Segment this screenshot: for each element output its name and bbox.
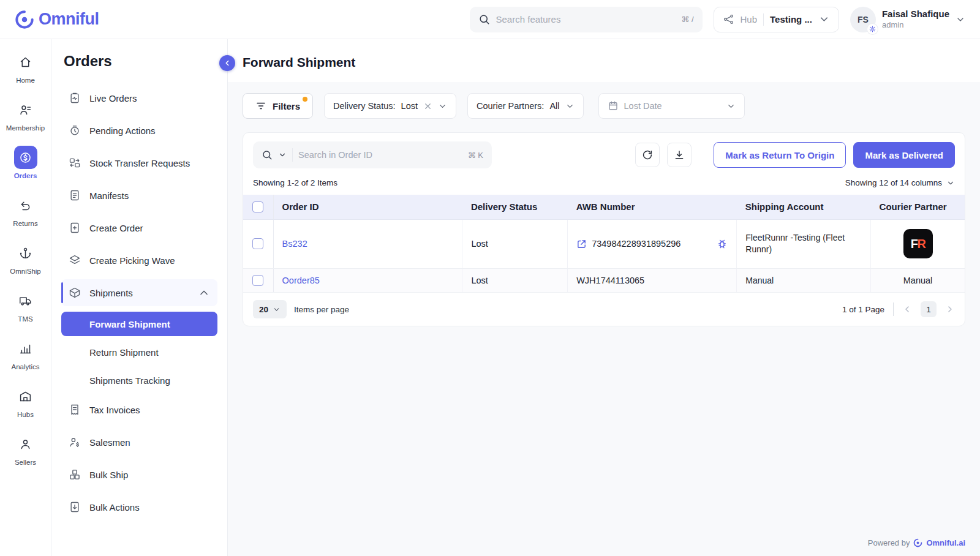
column-header-shipping-account: Shipping Account: [737, 195, 871, 219]
sidebar-item-live-orders[interactable]: Live Orders: [61, 85, 217, 111]
main-content: Forward Shipment Filters Delivery Status…: [228, 39, 980, 556]
top-bar: Omniful ⌘ / Hub Testing ... FS: [0, 0, 980, 39]
rail-item-returns[interactable]: Returns: [0, 193, 51, 227]
brand[interactable]: Omniful: [15, 10, 99, 29]
omniful-logo-icon: [913, 538, 922, 547]
select-all-checkbox[interactable]: [252, 201, 263, 212]
refresh-button[interactable]: [635, 143, 660, 167]
user-menu[interactable]: FS Faisal Shafique admin: [850, 7, 965, 32]
rail-item-omniship[interactable]: OmniShip: [0, 241, 51, 275]
hub-label: Hub: [741, 14, 758, 24]
table-toolbar: ⌘ K Mark as Return: [243, 133, 965, 175]
search-scope-chevron-icon[interactable]: [278, 151, 287, 159]
next-page-icon[interactable]: [945, 304, 955, 314]
rail-item-membership[interactable]: Membership: [0, 98, 51, 132]
sidebar-item-salesmen[interactable]: Salesmen: [61, 429, 217, 456]
salesmen-icon: [69, 436, 81, 448]
chevron-down-icon: [273, 306, 281, 314]
courier-partner-cell: Manual: [871, 268, 965, 293]
user-name: Faisal Shafique: [882, 9, 949, 20]
global-search-input[interactable]: [496, 14, 676, 24]
row-checkbox[interactable]: [252, 238, 263, 249]
sidebar-item-shipments-tracking[interactable]: Shipments Tracking: [61, 368, 217, 393]
mark-return-to-origin-button[interactable]: Mark as Return To Origin: [714, 142, 846, 168]
export-button[interactable]: [667, 143, 692, 167]
gear-icon: [869, 26, 876, 32]
shipping-account-cell: FleetRunnr -Testing (Fleet Runnr): [737, 219, 871, 268]
chevron-down-icon: [956, 15, 965, 24]
chevron-left-icon: [223, 59, 232, 67]
chevron-down-icon: [726, 102, 736, 111]
delivery-status-filter[interactable]: Delivery Status: Lost: [324, 93, 456, 119]
rail-item-sellers[interactable]: Sellers: [0, 432, 51, 466]
user-role: admin: [882, 20, 949, 30]
hub-selector[interactable]: Hub Testing ...: [714, 7, 839, 32]
rail-item-orders[interactable]: Orders: [0, 146, 51, 179]
table-summary: Showing 1-2 of 2 Items Showing 12 of 14 …: [243, 175, 965, 195]
global-search-shortcut: ⌘ /: [681, 15, 693, 24]
shipments-table: Order ID Delivery Status AWB Number Ship…: [243, 195, 965, 293]
sidebar-item-tax-invoices[interactable]: Tax Invoices: [61, 396, 217, 423]
order-search[interactable]: ⌘ K: [253, 141, 492, 168]
divider: [292, 148, 293, 162]
sidebar-item-bulk-actions[interactable]: Bulk Actions: [61, 494, 217, 520]
sidebar-item-forward-shipment[interactable]: Forward Shipment: [61, 312, 217, 336]
rail-item-home[interactable]: Home: [0, 50, 51, 84]
columns-selector[interactable]: Showing 12 of 14 columns: [845, 178, 955, 187]
sidebar-item-pending-actions[interactable]: Pending Actions: [61, 117, 217, 144]
sidebar-item-create-order[interactable]: Create Order: [61, 214, 217, 241]
debug-icon[interactable]: [717, 238, 728, 249]
divider: [893, 302, 894, 316]
sidebar-item-stock-transfer-requests[interactable]: Stock Transfer Requests: [61, 149, 217, 176]
previous-page-icon[interactable]: [902, 304, 912, 314]
sidebar-item-create-picking-wave[interactable]: Create Picking Wave: [61, 247, 217, 274]
sidebar-item-bulk-ship[interactable]: Bulk Ship: [61, 461, 217, 488]
order-search-input[interactable]: [298, 150, 462, 160]
mark-as-delivered-button[interactable]: Mark as Delivered: [853, 142, 955, 168]
filters-button[interactable]: Filters: [243, 93, 313, 119]
sidebar-item-return-shipment[interactable]: Return Shipment: [61, 340, 217, 364]
delivery-status-cell: Lost: [462, 219, 568, 268]
rail-item-analytics[interactable]: Analytics: [0, 337, 51, 370]
table-row: Oorder85 Lost WJH1744113065 Manual Manua…: [243, 268, 965, 293]
rail-item-hubs[interactable]: Hubs: [0, 385, 51, 418]
row-checkbox[interactable]: [252, 275, 263, 286]
page-info: 1 of 1 Page: [842, 305, 884, 314]
page-header: Forward Shipment: [228, 39, 980, 82]
chevron-up-icon: [198, 287, 210, 299]
divider: [763, 13, 764, 26]
rail-item-tms[interactable]: TMS: [0, 289, 51, 323]
truck-icon: [19, 295, 32, 307]
hub-value: Testing ...: [770, 14, 812, 24]
clear-filter-icon[interactable]: [423, 102, 432, 111]
orders-icon: [19, 151, 32, 164]
awb-number: WJH1744113065: [568, 268, 737, 293]
column-header-awb-number: AWB Number: [568, 195, 737, 219]
powered-by-brand[interactable]: Omniful.ai: [926, 538, 965, 547]
calendar-icon: [608, 100, 619, 111]
global-search[interactable]: ⌘ /: [470, 7, 703, 32]
refresh-icon: [642, 149, 653, 160]
order-id-link[interactable]: Oorder85: [282, 276, 320, 285]
sidebar-item-shipments[interactable]: Shipments: [61, 279, 217, 306]
omniful-logo-icon: [15, 10, 34, 29]
order-id-link[interactable]: Bs232: [282, 239, 307, 249]
page-number-button[interactable]: 1: [921, 301, 937, 317]
person-icon: [19, 438, 32, 451]
live-orders-icon: [69, 92, 81, 104]
create-order-icon: [69, 222, 81, 234]
filters-active-dot: [303, 97, 307, 102]
hub-icon: [723, 13, 734, 25]
bulk-ship-icon: [69, 468, 81, 481]
sidebar-item-manifests[interactable]: Manifests: [61, 182, 217, 209]
sidebar-collapse-button[interactable]: [219, 55, 235, 71]
external-link-icon[interactable]: [576, 239, 587, 249]
warehouse-icon: [19, 390, 32, 403]
lost-date-filter[interactable]: Lost Date: [598, 93, 745, 119]
orders-sidebar: Orders Live Orders Pending Actions: [51, 39, 228, 556]
order-search-shortcut: ⌘ K: [468, 151, 483, 160]
analytics-icon: [19, 342, 32, 355]
courier-partners-filter[interactable]: Courier Partners: All: [467, 93, 584, 119]
membership-icon: [19, 103, 32, 116]
page-size-selector[interactable]: 20: [253, 300, 287, 318]
